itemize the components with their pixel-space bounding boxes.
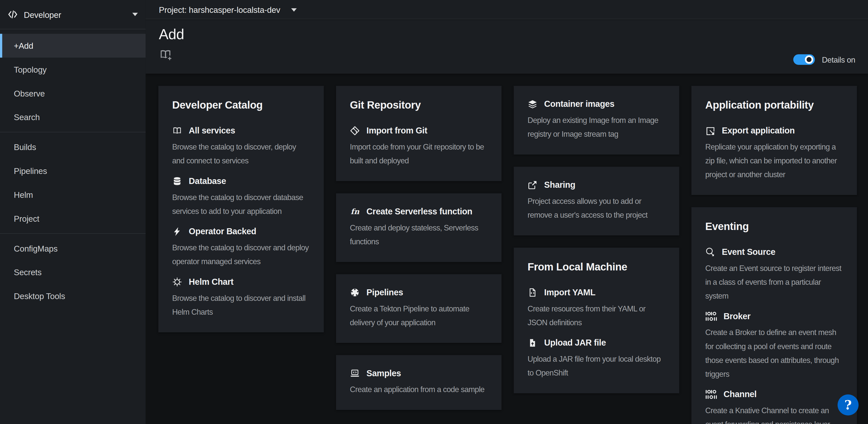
add-item-label: Create Serverless function: [366, 206, 472, 217]
sidebar-item-configmaps[interactable]: ConfigMaps: [0, 236, 146, 260]
add-item: Event Source Create an Event source to r…: [705, 247, 843, 303]
sidebar-item-pipelines[interactable]: Pipelines: [0, 159, 146, 183]
add-item-link[interactable]: Database: [172, 176, 310, 186]
sidebar-item-search[interactable]: Search: [0, 105, 146, 129]
add-item-label: Operator Backed: [189, 226, 256, 236]
toggle-knob: [805, 55, 813, 64]
add-item-description: Create an Event source to register inter…: [705, 261, 843, 303]
add-item-description: Create resources from their YAML or JSON…: [527, 302, 665, 330]
book-plus-icon[interactable]: [159, 48, 173, 62]
add-item: Import YAML Create resources from their …: [527, 287, 665, 330]
sidebar-item-secrets[interactable]: Secrets: [0, 260, 146, 284]
add-item-link[interactable]: Broker: [705, 311, 843, 321]
add-item-description: Create a Tekton Pipeline to automate del…: [350, 302, 488, 330]
add-item-link[interactable]: Pipelines: [350, 287, 488, 298]
add-item-link[interactable]: Event Source: [705, 247, 843, 257]
add-item-link[interactable]: Upload JAR file: [527, 338, 665, 348]
sidebar-item-project[interactable]: Project: [0, 206, 146, 230]
project-dropdown[interactable]: Project: harshcasper-localsta-dev: [159, 5, 297, 14]
card-items: Pipelines Create a Tekton Pipeline to au…: [350, 287, 488, 330]
card-items: All services Browse the catalog to disco…: [172, 126, 310, 319]
add-item-label: Channel: [723, 389, 757, 399]
add-item: Sharing Project access allows you to add…: [527, 180, 665, 222]
app-window: Developer +AddTopologyObserveSearchBuild…: [0, 0, 868, 424]
project-bar: Project: harshcasper-localsta-dev: [146, 0, 868, 19]
helm-wheel-icon: [172, 277, 182, 287]
add-item: Database Browse the catalog to discover …: [172, 176, 310, 219]
card-items: Sharing Project access allows you to add…: [527, 180, 665, 222]
add-item-link[interactable]: Channel: [705, 389, 843, 399]
add-item-label: Event Source: [722, 247, 775, 257]
add-card: Sharing Project access allows you to add…: [514, 167, 679, 235]
sidebar-item-topology[interactable]: Topology: [0, 58, 146, 81]
sidebar-item-observe[interactable]: Observe: [0, 81, 146, 105]
add-item: All services Browse the catalog to disco…: [172, 126, 310, 168]
add-card: Container images Deploy an existing Imag…: [514, 86, 679, 154]
card-column: Application portability Export applicati…: [691, 86, 857, 424]
add-item-description: Replicate your application by exporting …: [705, 140, 843, 182]
file-upload-icon: [527, 338, 537, 348]
sidebar-item-builds[interactable]: Builds: [0, 135, 146, 159]
add-item-link[interactable]: All services: [172, 126, 310, 136]
add-card: Developer Catalog All services Browse th…: [158, 86, 324, 333]
card-items: Export application Replicate your applic…: [705, 126, 843, 182]
perspective-switcher[interactable]: Developer: [0, 0, 146, 29]
add-item: Import from Git Import code from your Gi…: [350, 126, 488, 168]
card-column: Developer Catalog All services Browse th…: [158, 86, 324, 345]
code-icon: [7, 9, 18, 20]
add-item-description: Browse the catalog to discover database …: [172, 191, 310, 218]
sidebar-divider: [0, 132, 146, 133]
add-item-label: Export application: [722, 126, 795, 136]
add-card: Git Repository Import from Git Import co…: [336, 86, 502, 181]
add-item-link[interactable]: Export application: [705, 126, 843, 136]
add-item: Channel Create a Knative Channel to crea…: [705, 389, 843, 424]
add-item-link[interactable]: Container images: [527, 99, 665, 109]
layers-icon: [527, 99, 537, 109]
sidebar-item-helm[interactable]: Helm: [0, 183, 146, 206]
card-items: Import YAML Create resources from their …: [527, 287, 665, 380]
card-items: Event Source Create an Event source to r…: [705, 247, 843, 424]
add-item-description: Create an application from a code sample: [350, 383, 488, 397]
add-item-label: All services: [189, 126, 235, 136]
add-item: Helm Chart Browse the catalog to discove…: [172, 277, 310, 319]
add-item-description: Browse the catalog to discover and insta…: [172, 291, 310, 319]
sidebar-divider: [0, 233, 146, 234]
share-square-icon: [527, 180, 537, 190]
add-item-link[interactable]: Import YAML: [527, 287, 665, 298]
details-toggle[interactable]: [793, 54, 815, 65]
card-column: Container images Deploy an existing Imag…: [514, 86, 679, 406]
add-card: Create Serverless function Create and de…: [336, 193, 502, 262]
add-item: Export application Replicate your applic…: [705, 126, 843, 182]
sidebar-item-add[interactable]: +Add: [0, 34, 146, 58]
add-item-description: Deploy an existing Image from an Image r…: [527, 114, 665, 141]
tekton-circle-icon: [350, 287, 360, 298]
add-item-label: Container images: [544, 99, 615, 109]
git-diamond-icon: [350, 126, 360, 136]
add-item: Create Serverless function Create and de…: [350, 206, 488, 249]
add-item: Samples Create an application from a cod…: [350, 368, 488, 397]
add-item-label: Pipelines: [366, 287, 403, 298]
details-switch-group: Details on: [793, 54, 855, 65]
add-item-link[interactable]: Create Serverless function: [350, 206, 488, 217]
add-item-label: Database: [189, 176, 226, 186]
add-item-link[interactable]: Samples: [350, 368, 488, 378]
laptop-code-icon: [350, 368, 360, 378]
add-item-link[interactable]: Operator Backed: [172, 226, 310, 236]
add-item-description: Project access allows you to add or remo…: [527, 195, 665, 222]
card-column: Git Repository Import from Git Import co…: [336, 86, 502, 422]
add-item-link[interactable]: Import from Git: [350, 126, 488, 136]
add-card: From Local Machine Import YAML Create re…: [514, 248, 679, 393]
perspective-label: Developer: [24, 10, 127, 19]
add-item-link[interactable]: Sharing: [527, 180, 665, 190]
open-book-icon: [172, 126, 182, 136]
sidebar-item-desktoptools[interactable]: Desktop Tools: [0, 284, 146, 308]
chevron-down-icon: [132, 13, 138, 16]
serverless-fn-icon: [350, 206, 360, 217]
bolt-icon: [172, 226, 182, 236]
export-box-icon: [705, 126, 715, 136]
add-item-link[interactable]: Helm Chart: [172, 277, 310, 287]
add-item: Operator Backed Browse the catalog to di…: [172, 226, 310, 269]
add-item-label: Import from Git: [366, 126, 427, 136]
add-item: Broker Create a Broker to define an even…: [705, 311, 843, 381]
help-button[interactable]: ?: [838, 394, 859, 415]
